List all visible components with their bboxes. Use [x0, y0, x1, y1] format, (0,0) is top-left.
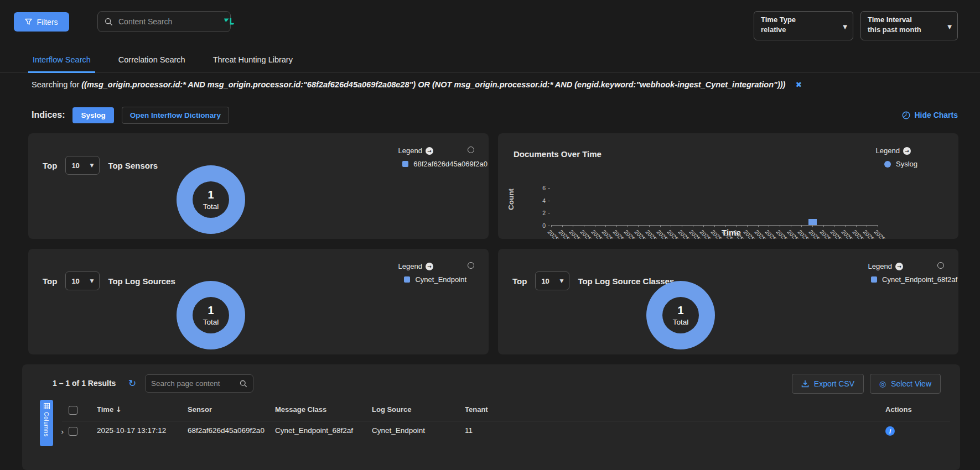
x-tick-mark — [703, 225, 704, 227]
donut-total-value: 1 — [677, 304, 683, 317]
tab-threat-hunting-library[interactable]: Threat Hunting Library — [209, 55, 297, 73]
x-tick-mark — [595, 225, 595, 227]
index-syslog-button[interactable]: Syslog — [72, 107, 113, 123]
export-csv-button[interactable]: Export CSV — [792, 374, 864, 394]
info-icon[interactable]: i — [885, 426, 895, 436]
top-n-select[interactable]: 10 ▼ — [65, 271, 100, 290]
select-all-checkbox[interactable] — [69, 406, 77, 415]
top-n-select[interactable]: 10 ▼ — [535, 271, 569, 290]
table-header-row: Time↓ Sensor Message Class Log Source Te… — [22, 405, 960, 420]
search-status-prefix: Searching for — [32, 80, 79, 89]
legend-item-label: Cynet_Endpoint — [415, 275, 466, 284]
column-header-time[interactable]: Time↓ — [97, 405, 181, 414]
legend-item-label: 68f2af626d45a069f2a0 — [413, 160, 488, 168]
donut-chart-top-log-sources[interactable]: 1 Total — [177, 281, 245, 349]
column-header-tenant[interactable]: Tenant — [465, 405, 509, 414]
row-expand-icon[interactable]: › — [61, 427, 64, 436]
x-tick-mark — [584, 225, 584, 227]
legend-toggle[interactable]: Legend → — [398, 147, 433, 155]
y-tick-mark — [548, 188, 550, 189]
x-tick-label: 2025-10-23 05... — [873, 228, 908, 239]
y-tick-label: 0 — [533, 222, 546, 229]
time-type-dropdown[interactable]: Time Type relative ▼ — [754, 11, 853, 40]
legend-label: Legend — [876, 147, 900, 155]
time-interval-value: this past month — [868, 25, 943, 34]
donut-total-label: Total — [203, 202, 219, 211]
content-search-box[interactable] — [97, 11, 231, 32]
chevron-down-icon: ▼ — [843, 24, 847, 30]
donut-total-label: Total — [203, 318, 219, 326]
legend-toggle[interactable]: Legend → — [876, 147, 911, 155]
panel-title: Documents Over Time — [514, 149, 602, 159]
chart-type-toggle-icon[interactable] — [468, 147, 474, 153]
row-checkbox[interactable] — [69, 427, 77, 436]
x-tick-mark — [551, 225, 552, 227]
search-icon — [105, 18, 113, 26]
legend-item-label: Syslog — [896, 160, 917, 168]
x-tick-mark — [878, 225, 878, 227]
legend-swatch — [871, 276, 877, 283]
stellar-logo-icon[interactable] — [224, 18, 235, 25]
legend-item[interactable]: Cynet_Endpoint_68f2af — [871, 275, 957, 284]
x-tick-mark — [867, 225, 867, 227]
legend-swatch — [404, 276, 410, 283]
chevron-down-icon: ▼ — [947, 24, 952, 30]
panel-title: Top Sensors — [108, 161, 158, 170]
chart-type-toggle-icon[interactable] — [937, 262, 944, 269]
donut-chart-top-sensors[interactable]: 1 Total — [177, 165, 245, 234]
legend-arrow-icon: → — [426, 263, 433, 270]
open-interflow-dictionary-button[interactable]: Open Interflow Dictionary — [122, 107, 229, 124]
column-header-message-class[interactable]: Message Class — [275, 405, 365, 414]
y-tick-label: 4 — [533, 197, 546, 204]
search-status-row: Searching for ((msg_origin.processor.id:… — [32, 80, 958, 89]
indices-label: Indices: — [32, 110, 65, 120]
row-sensor: 68f2af626d45a069f2a0 — [188, 426, 271, 435]
table-header-divider — [62, 421, 950, 421]
column-header-log-source[interactable]: Log Source — [372, 405, 455, 414]
x-tick-mark — [693, 225, 693, 227]
legend-item[interactable]: Syslog — [884, 160, 917, 168]
table-row[interactable]: › 2025-10-17 13:17:12 68f2af626d45a069f2… — [22, 426, 960, 443]
x-tick-mark — [725, 225, 726, 227]
search-query-text: ((msg_origin.processor.id:* AND msg_orig… — [81, 80, 785, 89]
x-tick-mark — [780, 225, 780, 227]
top-n-value: 10 — [71, 161, 79, 170]
main-tabs: Interflow Search Correlation Search Thre… — [0, 55, 980, 72]
results-panel: 1 – 1 of 1 Results ↻ Export CSV ◎ Select… — [22, 364, 960, 470]
legend-item[interactable]: Cynet_Endpoint — [404, 275, 466, 284]
legend-label: Legend — [398, 262, 422, 270]
chart-type-toggle-icon[interactable] — [468, 262, 474, 269]
tab-interflow-search[interactable]: Interflow Search — [28, 55, 95, 73]
bar-syslog[interactable] — [808, 219, 817, 225]
refresh-icon[interactable]: ↻ — [128, 378, 136, 389]
legend-swatch — [402, 161, 408, 167]
x-tick-mark — [856, 225, 857, 227]
legend-item[interactable]: 68f2af626d45a069f2a0 — [402, 160, 488, 168]
filter-funnel-icon — [25, 18, 32, 25]
y-tick-mark — [548, 201, 550, 201]
legend-toggle[interactable]: Legend → — [398, 262, 433, 270]
select-view-icon: ◎ — [879, 379, 886, 388]
hide-charts-label: Hide Charts — [914, 111, 958, 119]
page-search-box[interactable] — [145, 374, 253, 393]
x-tick-mark — [671, 225, 671, 227]
filters-button[interactable]: Filters — [14, 12, 69, 32]
x-tick-mark — [791, 225, 791, 227]
legend-toggle[interactable]: Legend → — [868, 262, 903, 270]
legend-arrow-icon: → — [426, 147, 433, 155]
top-n-select[interactable]: 10 ▼ — [65, 156, 100, 175]
select-view-button[interactable]: ◎ Select View — [870, 374, 941, 394]
y-tick-label: 2 — [533, 210, 546, 216]
page-search-input[interactable] — [151, 379, 235, 388]
column-header-actions: Actions — [885, 405, 912, 414]
column-header-sensor[interactable]: Sensor — [188, 405, 271, 414]
tab-correlation-search[interactable]: Correlation Search — [114, 55, 190, 73]
results-count: 1 – 1 of 1 Results — [53, 379, 116, 388]
hide-charts-link[interactable]: Hide Charts — [902, 111, 958, 119]
content-search-input[interactable] — [118, 17, 219, 26]
donut-chart-top-log-source-classes[interactable]: 1 Total — [646, 281, 715, 349]
legend-arrow-icon: → — [903, 147, 911, 155]
panel-documents-over-time: Documents Over Time Legend → Syslog Coun… — [498, 133, 958, 239]
time-interval-dropdown[interactable]: Time Interval this past month ▼ — [860, 11, 958, 40]
clear-query-icon[interactable]: ✖ — [795, 80, 802, 89]
